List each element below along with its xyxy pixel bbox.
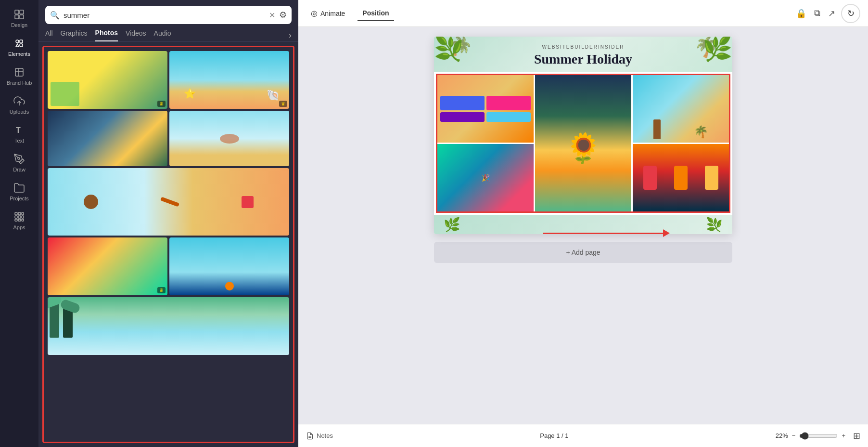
lock-icon[interactable]: 🔒 bbox=[794, 6, 808, 21]
animate-button[interactable]: ◎ Animate bbox=[306, 6, 350, 21]
svg-rect-12 bbox=[15, 212, 17, 215]
copy-icon[interactable]: ⧉ bbox=[812, 6, 822, 20]
image-item[interactable]: ⭐ 🐚 ♛ bbox=[169, 51, 289, 109]
img-row-4: ♛ bbox=[48, 237, 289, 295]
img-row-2 bbox=[48, 111, 289, 166]
sidebar-label-text: Text bbox=[14, 138, 24, 144]
canvas-brand-text: WEBSITEBUILDERINSIDER bbox=[444, 44, 723, 50]
export-icon[interactable]: ↗ bbox=[826, 6, 837, 21]
sidebar-item-design[interactable]: Design bbox=[0, 4, 38, 33]
sidebar-item-apps[interactable]: Apps bbox=[0, 206, 38, 235]
svg-rect-1 bbox=[20, 10, 24, 14]
crown-badge: ♛ bbox=[157, 101, 166, 107]
tab-graphics[interactable]: Graphics bbox=[61, 29, 88, 41]
top-toolbar: ◎ Animate Position 🔒 ⧉ ↗ ↻ bbox=[298, 0, 868, 27]
svg-rect-19 bbox=[18, 219, 21, 221]
sidebar-item-brand-hub[interactable]: Brand Hub bbox=[0, 62, 38, 91]
refresh-button[interactable]: ↻ bbox=[841, 4, 860, 23]
search-icon: 🔍 bbox=[50, 11, 60, 20]
img-row-3 bbox=[48, 168, 289, 236]
tab-audio[interactable]: Audio bbox=[154, 29, 171, 41]
position-label: Position bbox=[362, 9, 389, 17]
svg-marker-6 bbox=[16, 44, 19, 47]
add-page-button[interactable]: + Add page bbox=[434, 242, 732, 263]
status-bar: Notes Page 1 / 1 22% − + ⊞ bbox=[298, 424, 868, 447]
refresh-icon: ↻ bbox=[847, 8, 855, 19]
zoom-control: 22% − + bbox=[776, 432, 845, 440]
elements-panel: 🔍 ✕ ⚙ All Graphics Photos Videos Audio ›… bbox=[38, 0, 298, 447]
zoom-minus-icon[interactable]: − bbox=[792, 432, 796, 439]
sidebar-label-design: Design bbox=[11, 22, 27, 28]
image-item[interactable] bbox=[48, 168, 289, 236]
notes-button[interactable]: Notes bbox=[306, 432, 333, 440]
page-info: Page 1 / 1 bbox=[540, 432, 568, 439]
sidebar-item-draw[interactable]: Draw bbox=[0, 148, 38, 177]
grid-view-icon[interactable]: ⊞ bbox=[853, 431, 860, 441]
zoom-plus-icon[interactable]: + bbox=[842, 432, 845, 439]
animate-label: Animate bbox=[320, 10, 345, 17]
svg-rect-2 bbox=[15, 15, 19, 19]
canvas-title: Summer Holiday bbox=[444, 52, 723, 67]
sidebar-label-projects: Projects bbox=[10, 196, 29, 201]
position-button[interactable]: Position bbox=[357, 6, 394, 21]
sidebar-label-draw: Draw bbox=[13, 167, 26, 172]
img-row-5 bbox=[48, 297, 289, 355]
photo-cell-beach-items bbox=[437, 75, 534, 143]
tabs-more-icon[interactable]: › bbox=[289, 30, 292, 40]
image-item[interactable]: ♛ bbox=[48, 237, 167, 295]
tab-all[interactable]: All bbox=[45, 29, 53, 41]
search-clear-icon[interactable]: ✕ bbox=[269, 11, 275, 20]
notes-icon bbox=[306, 432, 314, 440]
tab-photos[interactable]: Photos bbox=[95, 29, 118, 41]
panel-tabs: All Graphics Photos Videos Audio › bbox=[38, 24, 298, 42]
images-grid: ♛ ⭐ 🐚 ♛ bbox=[42, 46, 294, 443]
svg-rect-17 bbox=[22, 216, 24, 218]
image-item[interactable] bbox=[169, 237, 289, 295]
svg-rect-14 bbox=[22, 212, 24, 215]
svg-rect-0 bbox=[15, 10, 19, 14]
tab-videos[interactable]: Videos bbox=[126, 29, 146, 41]
svg-rect-8 bbox=[15, 68, 23, 76]
img-row-1: ♛ ⭐ 🐚 ♛ bbox=[48, 51, 289, 109]
canvas-workspace: 🌿 🌿 🌴 🌴 WEBSITEBUILDERINSIDER Summer Hol… bbox=[298, 27, 868, 424]
svg-rect-18 bbox=[15, 219, 17, 221]
photo-cell-party: 🎉 bbox=[437, 144, 534, 211]
svg-rect-13 bbox=[18, 212, 21, 215]
canvas-header: 🌿 🌿 🌴 🌴 WEBSITEBUILDERINSIDER Summer Hol… bbox=[434, 37, 732, 72]
svg-text:T: T bbox=[16, 126, 21, 134]
toolbar-right-actions: 🔒 ⧉ ↗ ↻ bbox=[794, 4, 860, 23]
svg-rect-7 bbox=[20, 44, 23, 47]
svg-rect-15 bbox=[15, 216, 17, 218]
image-item[interactable] bbox=[48, 297, 289, 355]
zoom-percent: 22% bbox=[776, 432, 788, 439]
canvas-area: ◎ Animate Position 🔒 ⧉ ↗ ↻ bbox=[298, 0, 868, 447]
sidebar-label-apps: Apps bbox=[13, 224, 25, 230]
crown-badge: ♛ bbox=[157, 287, 166, 293]
search-input[interactable] bbox=[64, 11, 265, 19]
crown-badge: ♛ bbox=[279, 101, 287, 107]
sidebar-item-uploads[interactable]: Uploads bbox=[0, 91, 38, 119]
sidebar-label-brand-hub: Brand Hub bbox=[7, 80, 32, 86]
photo-cell-beach-scene: 🌴 bbox=[633, 75, 729, 143]
image-item[interactable] bbox=[169, 111, 289, 166]
arrow-indicator bbox=[543, 229, 670, 237]
page-number: Page 1 / 1 bbox=[540, 432, 568, 439]
svg-rect-16 bbox=[18, 216, 21, 218]
sidebar-item-elements[interactable]: Elements bbox=[0, 33, 38, 62]
svg-rect-5 bbox=[20, 40, 23, 43]
image-item[interactable] bbox=[48, 111, 167, 166]
zoom-slider[interactable] bbox=[799, 432, 838, 440]
canvas-photo-grid: 🌻 🌴 🎉 bbox=[436, 74, 730, 213]
sidebar-item-text[interactable]: T Text bbox=[0, 119, 38, 148]
svg-point-4 bbox=[16, 40, 19, 43]
sidebar-label-uploads: Uploads bbox=[10, 109, 29, 115]
search-bar: 🔍 ✕ ⚙ bbox=[45, 6, 292, 24]
filter-icon[interactable]: ⚙ bbox=[279, 10, 287, 20]
image-item[interactable]: ♛ bbox=[48, 51, 167, 109]
svg-point-11 bbox=[18, 158, 20, 159]
sidebar-nav: Design Elements Brand Hub bbox=[0, 0, 38, 447]
photo-cell-sunflower-tall: 🌻 bbox=[535, 75, 631, 211]
svg-rect-3 bbox=[20, 15, 24, 19]
sidebar-label-elements: Elements bbox=[8, 51, 30, 57]
sidebar-item-projects[interactable]: Projects bbox=[0, 177, 38, 206]
